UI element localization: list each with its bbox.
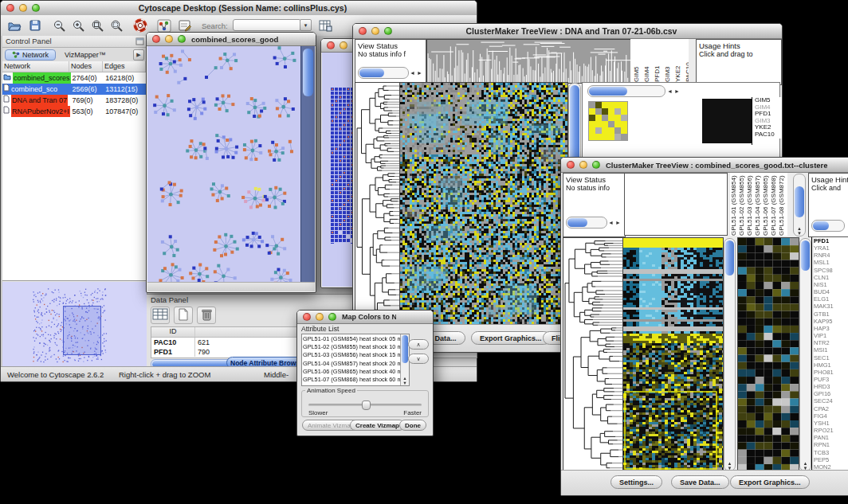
attribute-listbox[interactable]: GPL51-01 (GSM854) heat shock 05 minGPL51… — [301, 334, 410, 386]
usage-hints-scrollbar[interactable] — [811, 220, 845, 232]
maximize-button[interactable] — [32, 4, 40, 12]
view-status-scrollbar[interactable] — [566, 217, 607, 229]
gene-name[interactable]: GPI16 — [814, 390, 848, 397]
zoom-fit-button[interactable] — [88, 18, 106, 33]
gene-name[interactable]: GTB1 — [814, 311, 848, 318]
new-attribute-button[interactable] — [174, 307, 193, 324]
gene-name[interactable]: HMG1 — [814, 361, 848, 369]
global-heatmap-canvas[interactable] — [622, 237, 724, 472]
gene-name[interactable]: CPA2 — [814, 405, 848, 412]
minimize-button[interactable] — [340, 41, 347, 49]
gene-name[interactable]: HRD3 — [814, 383, 848, 390]
close-button[interactable] — [6, 4, 14, 12]
tab-network[interactable]: Network — [5, 49, 56, 61]
id-column-header[interactable]: ID — [151, 327, 195, 337]
maximize-button[interactable] — [178, 35, 186, 43]
open-file-button[interactable] — [6, 18, 23, 33]
scrollbar-thumb[interactable] — [795, 186, 804, 217]
scrollbar-thumb[interactable] — [589, 87, 627, 96]
column-area-vscrollbar[interactable]: ▲▼ — [793, 174, 806, 236]
view-status-scrollbar[interactable] — [358, 67, 409, 79]
global-vscrollbar[interactable]: ▲▼ — [724, 238, 736, 471]
column-dendrogram-area[interactable] — [624, 173, 728, 236]
gene-name[interactable]: ELG1 — [814, 295, 848, 303]
move-down-button[interactable]: ∨ — [408, 354, 429, 364]
button-done[interactable]: Done — [399, 420, 426, 431]
dialog-titlebar[interactable]: Map Colors to Network — [297, 311, 433, 324]
minimize-button[interactable] — [165, 35, 173, 43]
search-input[interactable] — [233, 19, 301, 31]
gene-name[interactable]: TCB3 — [814, 449, 848, 456]
similarity-matrix[interactable] — [589, 102, 627, 140]
button-export-graphics-[interactable]: Export Graphics... — [730, 475, 810, 489]
gene-name[interactable]: BUD4 — [814, 288, 848, 295]
treeview-dna-titlebar[interactable]: ClusterMaker TreeView : DNA and Tran 07-… — [353, 24, 782, 39]
gene-name[interactable]: NTR2 — [814, 339, 848, 346]
thumbnail-hscrollbar[interactable] — [587, 85, 665, 97]
attribute-item[interactable]: GPL51-03 (GSM856) heat shock 15 min — [303, 351, 400, 359]
gene-name[interactable]: PAN1 — [814, 434, 848, 441]
help-button[interactable] — [132, 18, 149, 33]
network-list-item[interactable]: combined_scores2764(0)16218(0) — [2, 72, 147, 84]
gene-name[interactable]: FIG4 — [814, 412, 848, 420]
maximize-button[interactable] — [592, 161, 600, 169]
network-list-item[interactable]: combined_sco2569(6)13112(15) — [2, 84, 147, 95]
close-button[interactable] — [359, 27, 367, 35]
data-table-button[interactable] — [316, 18, 334, 33]
gene-name[interactable]: MAK31 — [814, 303, 848, 310]
animation-speed-slider[interactable] — [308, 400, 422, 408]
scrollbar-thumb[interactable] — [303, 49, 313, 96]
gene-name[interactable]: PUF3 — [814, 376, 848, 383]
scrollbar-thumb[interactable] — [567, 218, 587, 227]
network-window-titlebar[interactable]: combined_scores_good.txt--cluste... — [147, 33, 316, 46]
button-export-graphics-[interactable]: Export Graphics... — [471, 331, 551, 345]
gene-name[interactable]: SPC98 — [814, 267, 848, 274]
scroll-arrows-icon[interactable]: ◄► — [410, 70, 424, 76]
scrollbar-thumb[interactable] — [801, 240, 810, 271]
scroll-arrows-icon[interactable]: ◄► — [667, 88, 681, 94]
zoom-heatmap-canvas[interactable] — [737, 237, 799, 472]
birds-eye-view[interactable] — [2, 282, 147, 367]
vizmapper-button[interactable] — [155, 18, 173, 33]
gene-name[interactable]: PFD1 — [814, 237, 848, 244]
minimize-button[interactable] — [316, 313, 324, 321]
attribute-item[interactable]: GPL51-06 (GSM865) heat shock 40 min — [303, 368, 400, 376]
zoom-vscrollbar[interactable]: ▲▼ — [799, 238, 811, 471]
search-dropdown-button[interactable]: ▾ — [300, 19, 312, 31]
scrollbar-thumb[interactable] — [813, 221, 829, 230]
main-titlebar[interactable]: Cytoscape Desktop (Session Name: collins… — [1, 1, 477, 16]
gene-name[interactable]: SEC24 — [814, 397, 848, 404]
minimize-button[interactable] — [579, 161, 587, 169]
row-dendrogram[interactable] — [355, 82, 400, 325]
scrollbar-thumb[interactable] — [725, 240, 734, 275]
gene-name[interactable]: PEP5 — [814, 456, 848, 463]
network-list-item[interactable]: DNA and Tran 07769(0)183728(0) — [2, 95, 147, 106]
network-list-item[interactable]: RNAPuberNov2+I563(0)107847(0) — [2, 106, 147, 117]
tab-vizmapper[interactable]: VizMapper™ — [58, 50, 112, 60]
gene-name[interactable]: VIP1 — [814, 332, 848, 339]
close-button[interactable] — [303, 313, 311, 321]
tab-overflow-button[interactable]: ▶ — [133, 49, 144, 61]
attribute-item[interactable]: GPL51-07 (GSM868) heat shock 60 min — [303, 376, 400, 384]
zoom-out-button[interactable] — [50, 18, 68, 33]
scroll-arrows-icon[interactable]: ▲▼ — [401, 376, 409, 385]
gene-name[interactable]: RNR4 — [814, 252, 848, 259]
button-create-vizmap[interactable]: Create Vizmap — [350, 420, 405, 431]
birds-eye-canvas[interactable] — [2, 282, 145, 367]
scroll-arrows-icon[interactable]: ▲▼ — [794, 226, 805, 236]
delete-attribute-button[interactable] — [197, 307, 216, 324]
float-panel-icon[interactable] — [135, 37, 144, 45]
button-settings-[interactable]: Settings... — [610, 475, 662, 489]
close-button[interactable] — [567, 161, 575, 169]
attribute-item[interactable]: GPL51-01 (GSM854) heat shock 05 min — [303, 335, 400, 343]
attribute-item[interactable]: GPL51-04 (GSM857) heat shock 20 min — [303, 360, 400, 368]
network-canvas[interactable] — [147, 46, 300, 282]
maximize-button[interactable] — [328, 313, 336, 321]
gene-name[interactable]: MSI1 — [814, 346, 848, 354]
attribute-item[interactable]: GPL51-02 (GSM855) heat shock 10 min — [303, 343, 400, 351]
treeview-combined-titlebar[interactable]: ClusterMaker TreeView : combined_scores_… — [561, 158, 848, 173]
row-dendrogram[interactable] — [563, 237, 623, 472]
scroll-arrows-icon[interactable]: ◄► — [608, 220, 622, 225]
attribute-select-button[interactable] — [151, 307, 170, 324]
gene-name[interactable]: MSL1 — [814, 259, 848, 266]
